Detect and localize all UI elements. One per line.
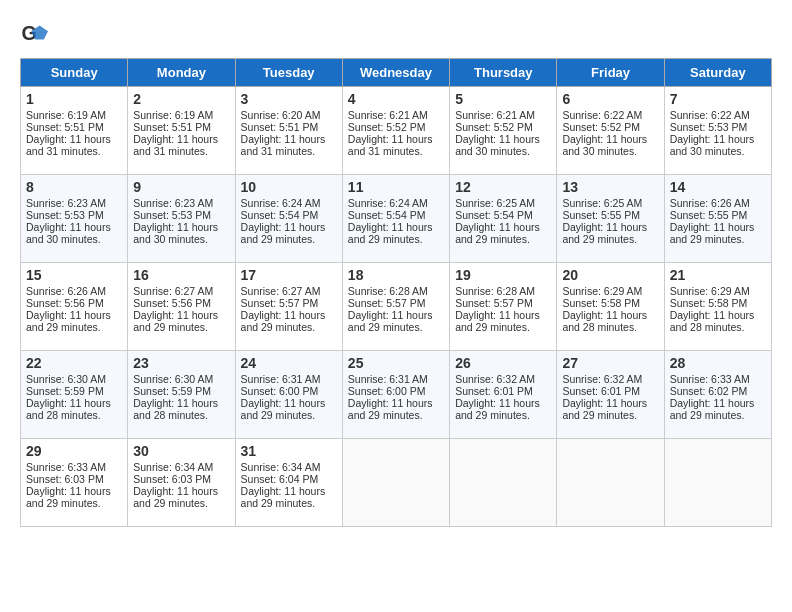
calendar-week-row: 8 Sunrise: 6:23 AM Sunset: 5:53 PM Dayli… [21, 175, 772, 263]
calendar-day-cell: 8 Sunrise: 6:23 AM Sunset: 5:53 PM Dayli… [21, 175, 128, 263]
weekday-header-cell: Sunday [21, 59, 128, 87]
calendar-day-cell: 14 Sunrise: 6:26 AM Sunset: 5:55 PM Dayl… [664, 175, 771, 263]
daylight-label: Daylight: 11 hours and 29 minutes. [455, 397, 540, 421]
calendar-day-cell: 2 Sunrise: 6:19 AM Sunset: 5:51 PM Dayli… [128, 87, 235, 175]
daylight-label: Daylight: 11 hours and 30 minutes. [670, 133, 755, 157]
sunset-label: Sunset: 5:52 PM [455, 121, 533, 133]
sunrise-label: Sunrise: 6:23 AM [26, 197, 106, 209]
sunset-label: Sunset: 5:56 PM [26, 297, 104, 309]
weekday-header-cell: Tuesday [235, 59, 342, 87]
sunset-label: Sunset: 5:59 PM [133, 385, 211, 397]
sunrise-label: Sunrise: 6:19 AM [26, 109, 106, 121]
calendar-day-cell: 19 Sunrise: 6:28 AM Sunset: 5:57 PM Dayl… [450, 263, 557, 351]
calendar-week-row: 1 Sunrise: 6:19 AM Sunset: 5:51 PM Dayli… [21, 87, 772, 175]
calendar-day-cell: 5 Sunrise: 6:21 AM Sunset: 5:52 PM Dayli… [450, 87, 557, 175]
daylight-label: Daylight: 11 hours and 29 minutes. [241, 397, 326, 421]
sunset-label: Sunset: 5:51 PM [26, 121, 104, 133]
calendar-day-cell: 17 Sunrise: 6:27 AM Sunset: 5:57 PM Dayl… [235, 263, 342, 351]
weekday-header-cell: Thursday [450, 59, 557, 87]
sunrise-label: Sunrise: 6:31 AM [241, 373, 321, 385]
sunset-label: Sunset: 5:52 PM [348, 121, 426, 133]
daylight-label: Daylight: 11 hours and 29 minutes. [455, 221, 540, 245]
day-number: 29 [26, 443, 122, 459]
sunset-label: Sunset: 6:01 PM [562, 385, 640, 397]
sunrise-label: Sunrise: 6:28 AM [348, 285, 428, 297]
daylight-label: Daylight: 11 hours and 31 minutes. [241, 133, 326, 157]
calendar-table: SundayMondayTuesdayWednesdayThursdayFrid… [20, 58, 772, 527]
day-number: 16 [133, 267, 229, 283]
sunset-label: Sunset: 5:57 PM [241, 297, 319, 309]
day-number: 10 [241, 179, 337, 195]
calendar-day-cell: 21 Sunrise: 6:29 AM Sunset: 5:58 PM Dayl… [664, 263, 771, 351]
daylight-label: Daylight: 11 hours and 30 minutes. [133, 221, 218, 245]
calendar-day-cell: 15 Sunrise: 6:26 AM Sunset: 5:56 PM Dayl… [21, 263, 128, 351]
sunset-label: Sunset: 5:56 PM [133, 297, 211, 309]
sunset-label: Sunset: 5:52 PM [562, 121, 640, 133]
day-number: 28 [670, 355, 766, 371]
logo: G [20, 20, 52, 48]
sunset-label: Sunset: 5:57 PM [455, 297, 533, 309]
sunset-label: Sunset: 5:51 PM [133, 121, 211, 133]
daylight-label: Daylight: 11 hours and 28 minutes. [670, 309, 755, 333]
day-number: 4 [348, 91, 444, 107]
sunrise-label: Sunrise: 6:33 AM [26, 461, 106, 473]
day-number: 20 [562, 267, 658, 283]
calendar-day-cell [664, 439, 771, 527]
calendar-day-cell: 23 Sunrise: 6:30 AM Sunset: 5:59 PM Dayl… [128, 351, 235, 439]
sunrise-label: Sunrise: 6:29 AM [670, 285, 750, 297]
daylight-label: Daylight: 11 hours and 29 minutes. [348, 309, 433, 333]
calendar-day-cell: 18 Sunrise: 6:28 AM Sunset: 5:57 PM Dayl… [342, 263, 449, 351]
daylight-label: Daylight: 11 hours and 31 minutes. [133, 133, 218, 157]
calendar-day-cell: 4 Sunrise: 6:21 AM Sunset: 5:52 PM Dayli… [342, 87, 449, 175]
sunrise-label: Sunrise: 6:30 AM [133, 373, 213, 385]
sunrise-label: Sunrise: 6:26 AM [26, 285, 106, 297]
daylight-label: Daylight: 11 hours and 29 minutes. [133, 309, 218, 333]
calendar-day-cell: 9 Sunrise: 6:23 AM Sunset: 5:53 PM Dayli… [128, 175, 235, 263]
daylight-label: Daylight: 11 hours and 28 minutes. [133, 397, 218, 421]
day-number: 23 [133, 355, 229, 371]
daylight-label: Daylight: 11 hours and 29 minutes. [348, 221, 433, 245]
daylight-label: Daylight: 11 hours and 29 minutes. [455, 309, 540, 333]
sunset-label: Sunset: 6:04 PM [241, 473, 319, 485]
sunset-label: Sunset: 5:51 PM [241, 121, 319, 133]
sunset-label: Sunset: 6:02 PM [670, 385, 748, 397]
sunrise-label: Sunrise: 6:22 AM [562, 109, 642, 121]
sunrise-label: Sunrise: 6:29 AM [562, 285, 642, 297]
sunset-label: Sunset: 5:57 PM [348, 297, 426, 309]
sunrise-label: Sunrise: 6:20 AM [241, 109, 321, 121]
sunrise-label: Sunrise: 6:24 AM [348, 197, 428, 209]
calendar-day-cell: 7 Sunrise: 6:22 AM Sunset: 5:53 PM Dayli… [664, 87, 771, 175]
sunrise-label: Sunrise: 6:34 AM [241, 461, 321, 473]
calendar-day-cell: 24 Sunrise: 6:31 AM Sunset: 6:00 PM Dayl… [235, 351, 342, 439]
sunset-label: Sunset: 5:53 PM [133, 209, 211, 221]
daylight-label: Daylight: 11 hours and 28 minutes. [562, 309, 647, 333]
sunrise-label: Sunrise: 6:27 AM [133, 285, 213, 297]
daylight-label: Daylight: 11 hours and 29 minutes. [133, 485, 218, 509]
sunset-label: Sunset: 5:53 PM [670, 121, 748, 133]
day-number: 12 [455, 179, 551, 195]
daylight-label: Daylight: 11 hours and 28 minutes. [26, 397, 111, 421]
sunset-label: Sunset: 6:01 PM [455, 385, 533, 397]
sunrise-label: Sunrise: 6:28 AM [455, 285, 535, 297]
daylight-label: Daylight: 11 hours and 31 minutes. [26, 133, 111, 157]
sunset-label: Sunset: 5:55 PM [562, 209, 640, 221]
sunrise-label: Sunrise: 6:19 AM [133, 109, 213, 121]
day-number: 17 [241, 267, 337, 283]
day-number: 27 [562, 355, 658, 371]
daylight-label: Daylight: 11 hours and 30 minutes. [26, 221, 111, 245]
calendar-day-cell: 12 Sunrise: 6:25 AM Sunset: 5:54 PM Dayl… [450, 175, 557, 263]
sunrise-label: Sunrise: 6:23 AM [133, 197, 213, 209]
weekday-header-cell: Monday [128, 59, 235, 87]
sunrise-label: Sunrise: 6:21 AM [348, 109, 428, 121]
calendar-day-cell: 13 Sunrise: 6:25 AM Sunset: 5:55 PM Dayl… [557, 175, 664, 263]
calendar-day-cell: 25 Sunrise: 6:31 AM Sunset: 6:00 PM Dayl… [342, 351, 449, 439]
sunrise-label: Sunrise: 6:25 AM [455, 197, 535, 209]
calendar-day-cell: 28 Sunrise: 6:33 AM Sunset: 6:02 PM Dayl… [664, 351, 771, 439]
calendar-day-cell: 22 Sunrise: 6:30 AM Sunset: 5:59 PM Dayl… [21, 351, 128, 439]
daylight-label: Daylight: 11 hours and 29 minutes. [562, 221, 647, 245]
sunrise-label: Sunrise: 6:22 AM [670, 109, 750, 121]
daylight-label: Daylight: 11 hours and 29 minutes. [670, 397, 755, 421]
day-number: 8 [26, 179, 122, 195]
daylight-label: Daylight: 11 hours and 29 minutes. [670, 221, 755, 245]
calendar-week-row: 29 Sunrise: 6:33 AM Sunset: 6:03 PM Dayl… [21, 439, 772, 527]
